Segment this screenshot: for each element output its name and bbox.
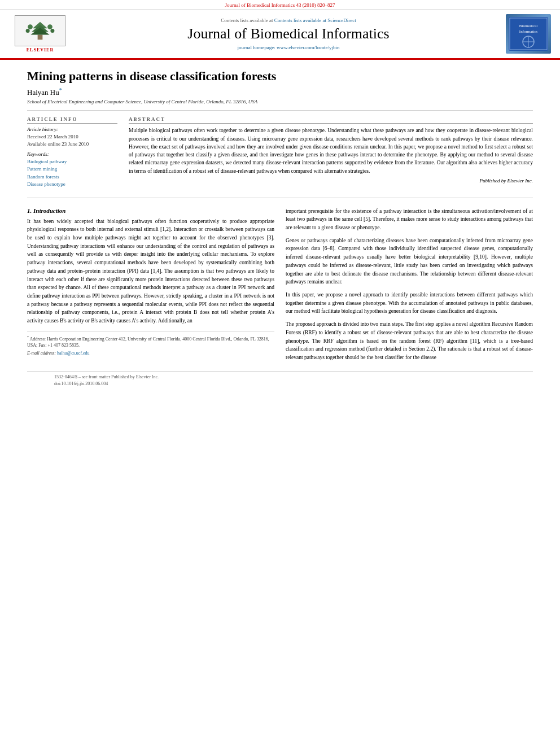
journal-logo-graphic: Biomedical Informatics <box>506 14 551 54</box>
published-by: Published by Elsevier Inc. <box>129 178 533 184</box>
info-abstract-row: ARTICLE INFO Article history: Received 2… <box>27 116 533 198</box>
keywords-label: Keywords: <box>27 151 117 157</box>
journal-homepage: journal homepage: www.elsevier.com/locat… <box>71 45 506 50</box>
body-right-column: important prerequisite for the existence… <box>286 207 533 366</box>
article-info-heading: ARTICLE INFO <box>27 116 117 124</box>
elsevier-logo <box>15 15 65 46</box>
homepage-url[interactable]: www.elsevier.com/locate/yjbin <box>277 45 339 50</box>
body-left-column: 1. Introduction It has been widely accep… <box>27 207 274 366</box>
received-date: Received 22 March 2010 <box>27 133 117 141</box>
article-affiliation: School of Electrical Engineering and Com… <box>27 99 533 111</box>
svg-rect-0 <box>38 35 43 40</box>
keywords-section: Keywords: Biological pathway Pattern min… <box>27 151 117 189</box>
svg-text:Biomedical: Biomedical <box>519 24 537 28</box>
right-paragraph-4: The proposed approach is divided into tw… <box>286 320 533 362</box>
email-link[interactable]: haihu@cs.ucf.edu <box>57 351 90 356</box>
keyword-2: Pattern mining <box>27 165 117 173</box>
abstract-text: Multiple biological pathways often work … <box>129 126 533 175</box>
elsevier-tree-icon <box>20 21 60 41</box>
journal-header-center: Contents lists available at Contents lis… <box>71 18 506 50</box>
article-history: Article history: Received 22 March 2010 … <box>27 126 117 147</box>
journal-title: Journal of Biomedical Informatics <box>71 25 506 42</box>
journal-header: ELSEVIER Contents lists available at Con… <box>0 10 560 60</box>
doi-text: doi:10.1016/j.jbi.2010.06.004 <box>54 381 506 387</box>
journal-reference-bar: Journal of Biomedical Informatics 43 (20… <box>0 0 560 10</box>
sciencedirect-link[interactable]: Contents lists available at ScienceDirec… <box>274 18 356 23</box>
available-date: Available online 23 June 2010 <box>27 141 117 148</box>
right-paragraph-2: Genes or pathways capable of characteriz… <box>286 237 533 286</box>
svg-point-5 <box>47 24 53 29</box>
author-sup: * <box>59 87 62 93</box>
article-content: Mining patterns in disease classificatio… <box>0 60 560 399</box>
elsevier-label: ELSEVIER <box>27 47 54 53</box>
intro-paragraph-1: It has been widely accepted that biologi… <box>27 217 274 325</box>
article-title: Mining patterns in disease classificatio… <box>27 69 533 84</box>
svg-point-6 <box>26 29 30 33</box>
body-columns: 1. Introduction It has been widely accep… <box>27 207 533 366</box>
abstract-panel: ABSTRACT Multiple biological pathways of… <box>129 116 533 191</box>
history-label: Article history: <box>27 126 117 132</box>
svg-point-4 <box>28 24 33 29</box>
keyword-4: Disease phenotype <box>27 181 117 189</box>
footnotes: * Address: Harris Corporation Engineerin… <box>27 331 274 356</box>
svg-point-7 <box>50 29 54 33</box>
elsevier-logo-area: ELSEVIER <box>9 15 71 53</box>
bottom-bar: 1532-0464/$ – see front matter Published… <box>27 371 533 390</box>
sciencedirect-line: Contents lists available at Contents lis… <box>71 18 506 23</box>
abstract-heading: ABSTRACT <box>129 116 533 124</box>
keyword-1: Biological pathway <box>27 158 117 166</box>
intro-heading: 1. Introduction <box>27 207 274 214</box>
footnote-address: * Address: Harris Corporation Engineerin… <box>27 335 274 348</box>
footnote-email: E-mail address: haihu@cs.ucf.edu <box>27 350 274 356</box>
article-author: Haiyan Hu* <box>27 87 533 97</box>
author-name: Haiyan Hu <box>27 88 59 97</box>
issn-text: 1532-0464/$ – see front matter Published… <box>54 374 506 381</box>
journal-logo-svg: Biomedical Informatics <box>509 17 548 51</box>
svg-text:Informatics: Informatics <box>519 29 538 34</box>
right-paragraph-1: important prerequisite for the existence… <box>286 207 533 232</box>
journal-reference-text: Journal of Biomedical Informatics 43 (20… <box>225 2 335 8</box>
right-paragraph-3: In this paper, we propose a novel approa… <box>286 291 533 316</box>
keyword-3: Random forests <box>27 173 117 181</box>
article-info-panel: ARTICLE INFO Article history: Received 2… <box>27 116 117 191</box>
